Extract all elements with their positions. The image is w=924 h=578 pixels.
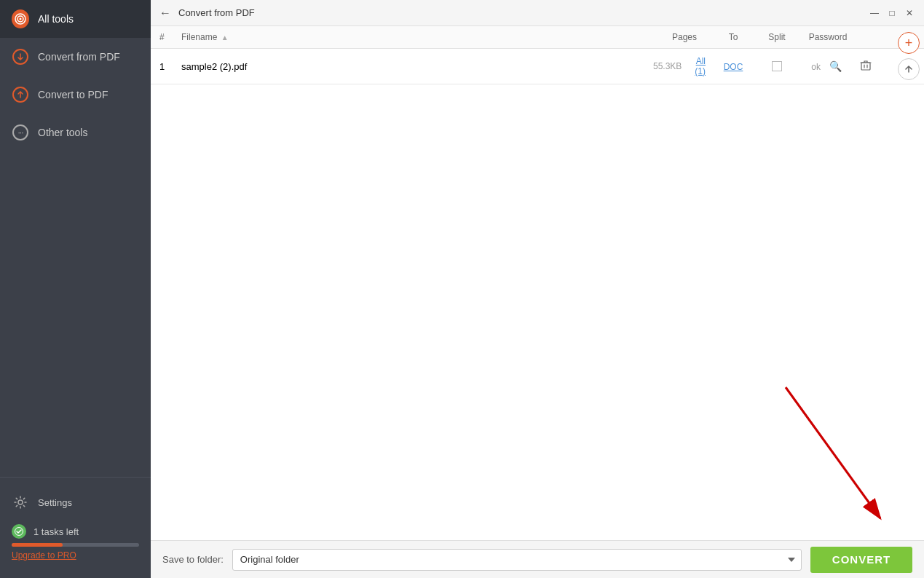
all-tools-icon [12,10,29,28]
col-header-pages: Pages [653,32,711,42]
sidebar-item-label: Convert to PDF [38,89,108,100]
sidebar-bottom: Settings 1 tasks left Upgrade to PRO [0,477,151,578]
delete-file-icon[interactable] [857,58,874,75]
row-to-format: DOC [711,61,755,72]
file-area: # Filename ▲ Pages To Split Password 1 s… [151,26,924,540]
split-checkbox[interactable] [772,61,782,71]
back-button[interactable]: ← [159,7,171,20]
progress-bar [12,543,139,547]
title-bar: ← Convert from PDF — □ ✕ [151,0,924,26]
password-status: ok 🔍 [799,60,857,72]
svg-rect-5 [861,63,870,70]
settings-item[interactable]: Settings [0,486,151,518]
sidebar-item-convert-to-pdf[interactable]: Convert to PDF [0,76,151,114]
svg-point-3 [18,500,23,504]
sidebar-item-label: Other tools [38,127,87,138]
svg-point-2 [20,18,22,20]
convert-from-pdf-icon [12,48,29,66]
sidebar: All tools Convert from PDF Convert to PD… [0,0,151,578]
sidebar-item-all-tools[interactable]: All tools [0,0,151,38]
convert-button[interactable]: CONVERT [810,547,912,573]
col-header-num: # [159,32,181,42]
sidebar-item-label: Convert from PDF [38,51,120,63]
settings-icon [12,494,29,511]
tasks-icon [12,524,26,539]
table-header: # Filename ▲ Pages To Split Password [151,26,924,49]
window-controls: — □ ✕ [869,7,915,19]
sidebar-item-label: All tools [38,13,74,25]
col-header-to: To [711,32,755,42]
search-icon[interactable]: 🔍 [826,59,845,74]
add-file-button[interactable]: + [898,32,920,54]
arrow-annotation [764,380,909,540]
save-to-folder-label: Save to folder: [162,554,224,565]
convert-to-pdf-icon [12,86,29,103]
tasks-label: 1 tasks left [12,524,139,539]
row-num: 1 [159,61,181,72]
main-content: ← Convert from PDF — □ ✕ # Filename ▲ Pa… [151,0,924,578]
close-button[interactable]: ✕ [904,7,915,19]
progress-bar-fill [12,543,63,547]
settings-label: Settings [38,497,72,508]
sidebar-item-other-tools[interactable]: ··· Other tools [0,114,151,151]
row-filename: sample2 (2).pdf [181,61,653,72]
content-area [151,84,924,540]
move-up-button[interactable] [898,58,920,80]
pages-link[interactable]: All (1) [693,56,706,76]
table-row: 1 sample2 (2).pdf 55.3KB All (1) DOC ok … [151,49,924,84]
page-title: Convert from PDF [178,7,255,18]
other-tools-icon: ··· [12,124,29,141]
col-header-password: Password [799,32,857,42]
svg-line-8 [786,387,880,518]
folder-select[interactable]: Original folder [232,549,802,571]
bottom-bar: Save to folder: Original folder CONVERT [151,540,924,578]
col-header-filename: Filename ▲ [181,32,653,42]
upgrade-link[interactable]: Upgrade to PRO [12,550,76,561]
file-size: 55.3KB [653,61,682,71]
tasks-section: 1 tasks left Upgrade to PRO [0,518,151,569]
sidebar-item-convert-from-pdf[interactable]: Convert from PDF [0,38,151,76]
maximize-button[interactable]: □ [886,7,898,19]
col-header-split: Split [755,32,799,42]
minimize-button[interactable]: — [869,7,880,19]
